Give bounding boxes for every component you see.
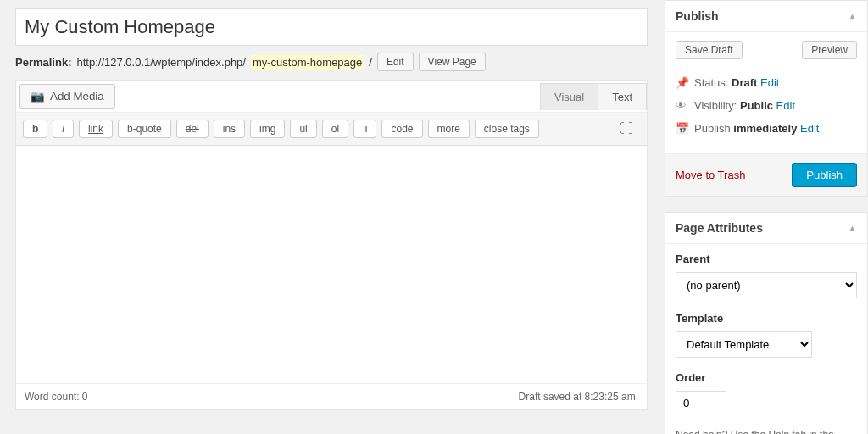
tab-text[interactable]: Text — [598, 83, 647, 110]
move-to-trash-link[interactable]: Move to Trash — [676, 169, 745, 181]
edit-status-link[interactable]: Edit — [760, 76, 779, 89]
tb-img[interactable]: img — [250, 120, 285, 138]
permalink-trail: / — [369, 56, 372, 69]
order-label: Order — [676, 371, 857, 384]
chevron-up-icon: ▲ — [848, 223, 857, 233]
tb-closetags[interactable]: close tags — [475, 120, 539, 138]
tb-ol[interactable]: ol — [322, 120, 348, 138]
fullscreen-icon[interactable]: ⛶ — [613, 118, 640, 140]
attributes-title: Page Attributes — [676, 221, 763, 235]
publish-button[interactable]: Publish — [792, 163, 857, 187]
tb-bquote[interactable]: b-quote — [118, 120, 171, 138]
parent-label: Parent — [676, 253, 857, 265]
publish-panel-toggle[interactable]: Publish ▲ — [665, 1, 867, 32]
page-title-input[interactable] — [15, 8, 648, 46]
permalink-base: http://127.0.0.1/wptemp/index.php/ — [76, 56, 245, 69]
chevron-up-icon: ▲ — [848, 11, 857, 21]
page-attributes-panel: Page Attributes ▲ Parent (no parent) Tem… — [665, 212, 868, 434]
add-media-button[interactable]: 📷 Add Media — [19, 84, 115, 108]
edit-permalink-button[interactable]: Edit — [377, 53, 414, 71]
pin-icon: 📌 — [676, 76, 689, 89]
draft-saved: Draft saved at 8:23:25 am. — [519, 391, 638, 403]
tb-code[interactable]: code — [381, 120, 422, 138]
visibility-line: Visibility: Public Edit — [694, 99, 857, 112]
edit-visibility-link[interactable]: Edit — [776, 99, 795, 112]
template-label: Template — [676, 312, 857, 325]
permalink-row: Permalink: http://127.0.0.1/wptemp/index… — [15, 46, 648, 80]
order-input[interactable] — [676, 391, 726, 415]
view-page-button[interactable]: View Page — [419, 53, 486, 71]
editor-textarea[interactable] — [16, 146, 647, 383]
publish-panel: Publish ▲ Save Draft Preview 📌 Status: D… — [665, 0, 868, 197]
media-icon: 📷 — [31, 90, 45, 103]
attributes-panel-toggle[interactable]: Page Attributes ▲ — [665, 213, 867, 244]
permalink-slug[interactable]: my-custom-homepage — [251, 55, 364, 70]
tab-visual[interactable]: Visual — [540, 83, 598, 110]
editor-area: 📷 Add Media Visual Text b i link b-quote… — [15, 80, 648, 410]
add-media-label: Add Media — [50, 90, 104, 103]
template-select[interactable]: Default Template — [676, 331, 812, 358]
tb-link[interactable]: link — [79, 120, 113, 138]
preview-button[interactable]: Preview — [802, 41, 857, 59]
editor-toolbar: b i link b-quote del ins img ul ol li co… — [16, 113, 647, 146]
word-count: Word count: 0 — [25, 391, 88, 403]
parent-select[interactable]: (no parent) — [676, 272, 857, 298]
tb-more[interactable]: more — [428, 120, 470, 138]
tb-i[interactable]: i — [53, 120, 74, 138]
eye-icon: 👁 — [676, 99, 689, 112]
help-text: Need help? Use the Help tab in the upper… — [676, 427, 857, 434]
publish-time-line: Publish immediately Edit — [694, 122, 857, 135]
tb-ins[interactable]: ins — [214, 120, 245, 138]
tb-li[interactable]: li — [353, 120, 376, 138]
tb-del[interactable]: del — [176, 120, 209, 138]
calendar-icon: 📅 — [676, 122, 689, 135]
permalink-label: Permalink: — [15, 56, 71, 69]
status-line: Status: Draft Edit — [694, 76, 857, 89]
save-draft-button[interactable]: Save Draft — [676, 41, 743, 59]
tb-ul[interactable]: ul — [290, 120, 316, 138]
publish-title: Publish — [676, 9, 719, 23]
edit-publish-link[interactable]: Edit — [800, 122, 819, 135]
tb-b[interactable]: b — [23, 120, 47, 138]
